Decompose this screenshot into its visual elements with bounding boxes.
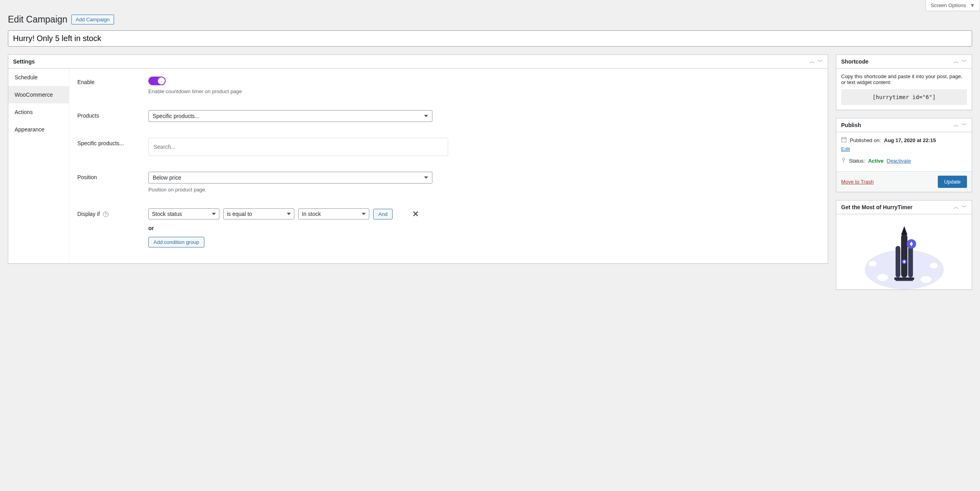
screen-options-label: Screen Options [931,2,966,8]
shortcode-box: Shortcode ︿ ﹀ Copy this shortcode and pa… [836,54,972,110]
move-to-trash-link[interactable]: Move to Trash [841,179,873,185]
svg-rect-0 [842,138,846,142]
condition-value-select[interactable]: In stock [298,208,369,219]
remove-condition-icon[interactable]: ✕ [412,209,419,219]
campaign-title-input[interactable] [8,30,972,47]
tab-actions[interactable]: Actions [8,103,69,121]
chevron-down-icon [424,115,428,117]
status-value: Active [868,158,883,164]
add-condition-group-button[interactable]: Add condition group [148,237,204,247]
published-on-value: Aug 17, 2020 at 22:15 [884,137,936,143]
svg-rect-11 [901,234,907,277]
enable-help: Enable countdown timer on product page [148,88,820,94]
condition-and-button[interactable]: And [373,209,393,219]
update-button[interactable]: Update [938,176,967,188]
screen-options-button[interactable]: Screen Options ▼ [926,0,980,11]
settings-box: Settings ︿ ﹀ Schedule WooCommerce Action… [8,54,828,264]
position-label: Position [77,172,148,180]
shortcode-heading: Shortcode [841,58,868,65]
help-icon[interactable]: ? [103,212,108,217]
calendar-icon [841,137,847,144]
svg-point-7 [877,274,888,281]
panel-down-icon[interactable]: ﹀ [817,58,823,65]
svg-rect-19 [894,277,914,280]
enable-label: Enable [77,77,148,85]
shortcode-code[interactable]: [hurrytimer id="6"] [841,89,967,105]
panel-down-icon[interactable]: ﹀ [961,122,967,129]
condition-field-select[interactable]: Stock status [148,208,219,219]
position-value: Below price [153,174,181,181]
published-on-label: Published on: [850,137,881,143]
condition-value-value: In stock [302,211,321,217]
condition-or-label: or [148,225,820,231]
chevron-down-icon [212,213,216,215]
settings-heading: Settings [13,58,35,65]
specific-products-label: Specific products... [77,138,148,146]
panel-up-icon[interactable]: ︿ [810,58,815,65]
panel-up-icon[interactable]: ︿ [954,58,959,65]
add-campaign-button[interactable]: Add Campaign [71,15,114,24]
deactivate-link[interactable]: Deactivate [887,158,911,164]
enable-toggle[interactable] [148,77,166,85]
chevron-down-icon: ▼ [970,2,975,8]
toggle-knob [158,77,165,84]
svg-rect-13 [908,246,913,277]
svg-point-9 [930,263,938,268]
products-select[interactable]: Specific products... [148,110,432,122]
page-title: Edit Campaign [8,14,67,25]
svg-rect-20 [896,280,913,281]
products-label: Products [77,110,148,119]
condition-field-value: Stock status [152,211,182,217]
promo-box: Get the Most of HurryTimer ︿ ﹀ [836,200,972,290]
svg-point-10 [869,261,877,266]
pin-icon [841,157,846,164]
promo-heading: Get the Most of HurryTimer [841,204,913,210]
publish-box: Publish ︿ ﹀ Published on: Aug 17, 2020 a… [836,118,972,192]
tab-woocommerce[interactable]: WooCommerce [8,86,69,103]
publish-heading: Publish [841,122,861,128]
panel-down-icon[interactable]: ﹀ [961,204,967,211]
chevron-down-icon [362,213,366,215]
status-label: Status: [849,158,865,164]
panel-up-icon[interactable]: ︿ [954,204,959,211]
condition-operator-select[interactable]: is equal to [223,208,294,219]
position-help: Position on product page. [148,187,820,193]
position-select[interactable]: Below price [148,172,432,184]
display-if-label: Display if ? [77,208,148,217]
rocket-icon [849,222,959,289]
shortcode-desc: Copy this shortcode and paste it into yo… [841,73,967,85]
svg-point-8 [920,276,931,283]
panel-down-icon[interactable]: ﹀ [961,58,967,65]
specific-products-search[interactable] [148,138,448,156]
chevron-down-icon [287,213,291,215]
panel-up-icon[interactable]: ︿ [954,122,959,129]
svg-point-4 [842,158,845,160]
svg-marker-14 [901,226,907,235]
condition-operator-value: is equal to [227,211,252,217]
products-value: Specific products... [153,113,199,119]
tab-schedule[interactable]: Schedule [8,69,69,86]
svg-rect-12 [896,246,900,277]
edit-date-link[interactable]: Edit [841,146,850,152]
tab-appearance[interactable]: Appearance [8,121,69,138]
chevron-down-icon [424,176,428,179]
